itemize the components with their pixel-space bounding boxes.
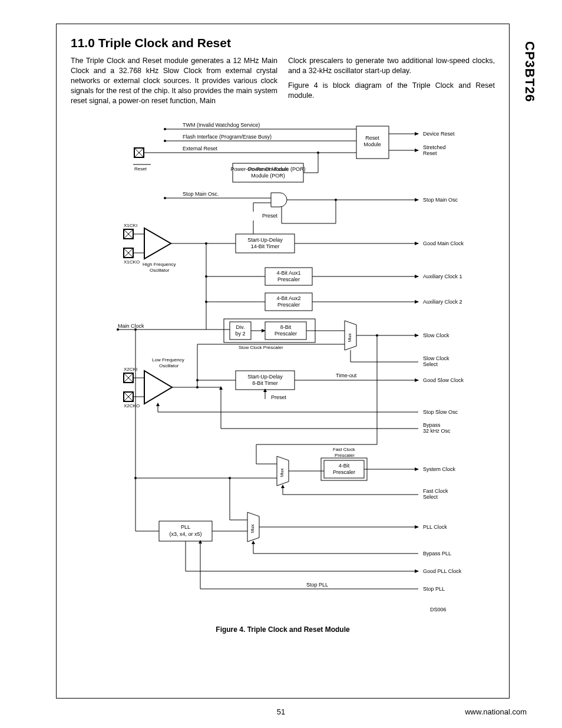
intro-columns: The Triple Clock and Reset module genera… <box>71 56 495 106</box>
svg-point-158 <box>229 477 231 479</box>
svg-text:Stop Slow Osc: Stop Slow Osc <box>423 409 458 415</box>
svg-text:Oscillator: Oscillator <box>159 363 179 368</box>
and-gate <box>271 193 287 207</box>
svg-point-11 <box>164 128 166 130</box>
svg-text:Div.: Div. <box>236 324 245 330</box>
figure-4: .blk{fill:#fff;stroke:#000;stroke-width:… <box>71 117 495 634</box>
svg-point-145 <box>134 328 137 331</box>
svg-text:Mux: Mux <box>279 469 285 477</box>
svg-text:Prescaler: Prescaler <box>335 453 355 458</box>
svg-text:8-Bit Timer: 8-Bit Timer <box>252 380 278 386</box>
svg-text:Oscillator: Oscillator <box>150 268 170 273</box>
svg-text:Main Clock: Main Clock <box>118 323 144 329</box>
svg-text:Slow Clock: Slow Clock <box>423 332 449 338</box>
block-diagram-svg: .blk{fill:#fff;stroke:#000;stroke-width:… <box>100 117 465 618</box>
svg-point-73 <box>117 328 119 331</box>
svg-point-68 <box>205 301 207 303</box>
svg-text:4-Bit Aux1: 4-Bit Aux1 <box>276 270 300 276</box>
svg-text:PLL Clock: PLL Clock <box>423 524 447 530</box>
svg-text:Stop PLL: Stop PLL <box>423 586 445 592</box>
svg-text:4-Bit: 4-Bit <box>339 463 350 469</box>
svg-text:DS006: DS006 <box>430 607 447 612</box>
svg-text:X1CKO: X1CKO <box>124 259 140 265</box>
svg-point-18 <box>317 151 319 154</box>
svg-text:14-Bit Timer: 14-Bit Timer <box>251 243 280 249</box>
svg-text:Good PLL Clock: Good PLL Clock <box>423 568 462 574</box>
section-title: 11.0 Triple Clock and Reset <box>71 36 495 50</box>
svg-text:Start-Up-Delay: Start-Up-Delay <box>247 374 283 380</box>
svg-text:Time-out: Time-out <box>336 373 357 378</box>
svg-text:Stop Main Osc: Stop Main Osc <box>423 197 458 203</box>
svg-text:Low Frequency: Low Frequency <box>152 357 184 363</box>
svg-text:Start-Up-Delay: Start-Up-Delay <box>247 237 283 243</box>
svg-text:Stop Main Osc.: Stop Main Osc. <box>183 191 219 197</box>
intro-col-right: Clock prescalers to generate two additio… <box>288 56 495 106</box>
svg-point-108 <box>196 379 199 381</box>
svg-text:Bypass: Bypass <box>423 422 441 428</box>
intro-col-left: The Triple Clock and Reset module genera… <box>71 56 277 106</box>
svg-text:Reset: Reset <box>365 135 379 141</box>
lf-osc-icon <box>144 371 172 404</box>
svg-text:Bypass PLL: Bypass PLL <box>423 551 451 556</box>
footer-url: www.national.com <box>465 707 527 716</box>
svg-point-140 <box>376 334 378 337</box>
x1-pads: X1CKI X1CKO <box>124 223 140 265</box>
svg-text:High Frequency: High Frequency <box>143 262 176 267</box>
svg-text:Good Main Clock: Good Main Clock <box>423 241 464 246</box>
svg-text:Stretched: Stretched <box>423 144 446 150</box>
svg-text:Prescaler: Prescaler <box>333 469 355 475</box>
svg-text:Fast Clock: Fast Clock <box>333 447 356 452</box>
svg-text:Preset: Preset <box>271 394 287 400</box>
svg-point-28 <box>164 197 166 199</box>
svg-text:Flash Interface (Program/Erase: Flash Interface (Program/Erase Busy) <box>183 134 272 140</box>
svg-text:Slow Clock Prescaler: Slow Clock Prescaler <box>239 345 283 350</box>
content-frame: 11.0 Triple Clock and Reset The Triple C… <box>56 24 510 699</box>
svg-text:32 kHz Osc: 32 kHz Osc <box>423 428 451 434</box>
svg-text:Prescaler: Prescaler <box>277 276 300 282</box>
svg-text:Auxiliary Clock 1: Auxiliary Clock 1 <box>423 274 462 279</box>
svg-text:Prescaler: Prescaler <box>275 331 297 337</box>
svg-text:Fast Clock: Fast Clock <box>423 488 448 494</box>
intro-col-right-p2: Figure 4 is block diagram of the Triple … <box>288 81 495 101</box>
svg-text:Select: Select <box>423 361 438 367</box>
svg-point-62 <box>205 275 207 278</box>
svg-text:Module (POR): Module (POR) <box>251 173 285 179</box>
svg-point-12 <box>164 140 166 142</box>
svg-marker-117 <box>156 403 160 406</box>
svg-text:External Reset: External Reset <box>183 146 218 151</box>
svg-marker-121 <box>219 386 223 390</box>
svg-text:Stop PLL: Stop PLL <box>306 582 328 588</box>
svg-text:Auxiliary Clock 2: Auxiliary Clock 2 <box>423 299 462 305</box>
x2-pads: X2CKI X2CKO <box>124 367 140 409</box>
page: CP3BT26 11.0 Triple Clock and Reset The … <box>0 0 562 728</box>
svg-text:Mux: Mux <box>250 525 255 533</box>
svg-text:4-Bit Aux2: 4-Bit Aux2 <box>276 295 300 301</box>
svg-text:Power-On-Reset: Power-On-Reset <box>248 166 288 172</box>
svg-text:X2CKO: X2CKO <box>124 403 140 409</box>
svg-text:Device Reset: Device Reset <box>423 131 455 137</box>
svg-text:X1CKI: X1CKI <box>124 223 137 228</box>
svg-text:Prescaler: Prescaler <box>277 302 300 308</box>
svg-text:Module: Module <box>363 141 381 147</box>
svg-text:Mux: Mux <box>347 334 352 342</box>
svg-marker-136 <box>281 485 285 488</box>
figure-caption: Figure 4. Triple Clock and Reset Module <box>216 625 349 634</box>
side-part-number: CP3BT26 <box>522 41 537 103</box>
page-number: 51 <box>277 707 285 716</box>
svg-text:Slow Clock: Slow Clock <box>423 355 449 361</box>
svg-text:(x3, x4, or x5): (x3, x4, or x5) <box>169 531 201 537</box>
svg-text:8-Bit: 8-Bit <box>280 324 292 330</box>
hf-osc-icon <box>144 228 171 259</box>
svg-text:Good Slow Clock: Good Slow Clock <box>423 377 464 383</box>
svg-text:Reset: Reset <box>423 150 437 156</box>
svg-text:Reset: Reset <box>134 166 147 172</box>
svg-text:System Clock: System Clock <box>423 466 456 472</box>
svg-text:TWM (Invalid Watchdog Service): TWM (Invalid Watchdog Service) <box>183 122 260 128</box>
svg-text:by 2: by 2 <box>235 331 245 337</box>
svg-marker-161 <box>252 541 255 544</box>
intro-col-right-p1: Clock prescalers to generate two additio… <box>288 56 495 76</box>
svg-text:Preset: Preset <box>262 213 278 219</box>
svg-text:Select: Select <box>423 494 438 500</box>
svg-text:PLL: PLL <box>181 524 190 530</box>
